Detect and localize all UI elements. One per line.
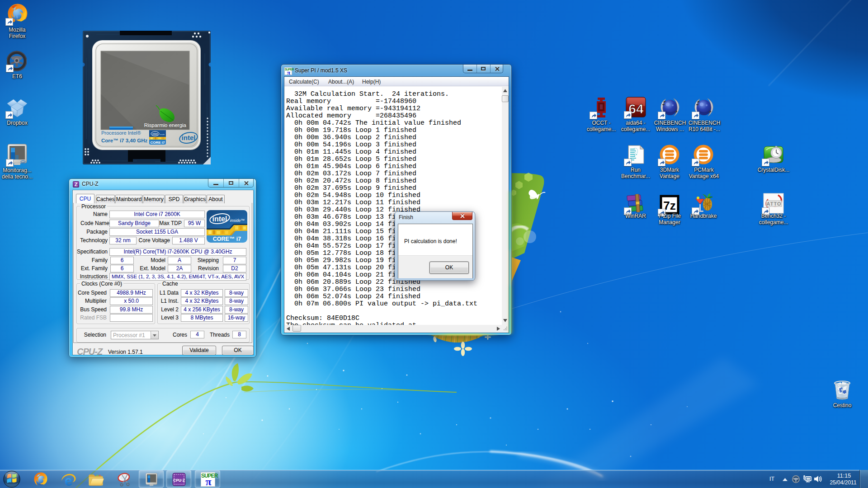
svg-text:intel: intel [182, 134, 196, 141]
svg-text:intel: intel [21, 161, 25, 163]
svg-text:intel: intel [212, 215, 227, 223]
svg-text:inside™: inside™ [230, 218, 245, 223]
svg-text:Processore Intel®: Processore Intel® [101, 130, 141, 136]
svg-text:intel: intel [152, 132, 158, 136]
svg-text:Risparmio energia: Risparmio energia [144, 122, 187, 128]
svg-text:CORE i7: CORE i7 [150, 141, 165, 145]
svg-text:Core™ i7 3,40 GHz: Core™ i7 3,40 GHz [101, 138, 148, 143]
svg-text:ATTO: ATTO [767, 201, 782, 206]
svg-text:inside: inside [160, 133, 165, 136]
svg-text:CORE™ i7: CORE™ i7 [213, 236, 241, 242]
svg-text:CPU·Z: CPU·Z [173, 478, 185, 483]
